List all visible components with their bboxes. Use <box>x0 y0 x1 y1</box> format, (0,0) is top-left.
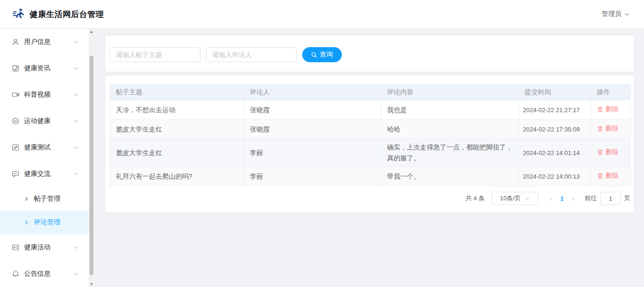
user-menu[interactable]: 管理员 <box>602 10 630 18</box>
column-header: 提交时间 <box>519 84 591 100</box>
delete-button[interactable]: 删除 <box>597 104 619 115</box>
commenter-cell: 李丽 <box>244 139 381 167</box>
delete-button-label: 删除 <box>605 170 619 181</box>
chevron-right-icon <box>24 196 29 202</box>
scroll-up-arrow-icon[interactable] <box>89 29 94 34</box>
top-bar: 健康生活网后台管理 管理员 <box>0 0 644 29</box>
user-icon <box>11 38 20 46</box>
sidebar-subitem-5-0[interactable]: 帖子管理 <box>0 187 89 211</box>
delete-button[interactable]: 删除 <box>597 147 619 157</box>
content-cell: 带我一个。 <box>381 167 519 186</box>
chevron-down-icon <box>74 92 79 98</box>
sidebar-item-label: 科普视频 <box>24 90 74 99</box>
time-cell: 2024-02-22 17:35:09 <box>519 120 591 139</box>
search-panel: 查询 <box>105 35 634 72</box>
chevron-down-icon <box>74 245 79 250</box>
page-size-select[interactable]: 10条/页 <box>491 192 538 205</box>
time-cell: 2024-02-22 21:27:17 <box>519 100 591 120</box>
chevron-down-icon <box>74 66 79 71</box>
action-cell: 删除 <box>591 167 631 186</box>
page-title: 健康生活网后台管理 <box>30 9 104 20</box>
main-content: 查询 帖子主题评论人评论内容提交时间操作 天冷，不想出去运动张晓霞我也是2024… <box>94 29 644 287</box>
sidebar-subitem-5-1[interactable]: 评论管理 <box>0 211 89 234</box>
action-cell: 删除 <box>591 120 631 139</box>
chevron-down-icon <box>74 39 79 45</box>
delete-button-label: 删除 <box>605 147 619 157</box>
sidebar-menu: 用户信息健康资讯科普视频运动健康健康测试健康交流帖子管理评论管理健康活动公告信息 <box>0 29 89 287</box>
time-cell: 2024-02-22 14:00:13 <box>519 167 591 186</box>
chevron-down-icon <box>74 271 79 277</box>
column-header: 评论内容 <box>381 84 519 100</box>
health-icon <box>11 117 20 125</box>
column-header: 操作 <box>591 84 631 100</box>
action-cell: 删除 <box>591 139 631 167</box>
chevron-right-icon <box>24 220 29 225</box>
sidebar-item-1[interactable]: 健康资讯 <box>0 55 89 82</box>
runner-logo-icon <box>12 8 25 21</box>
video-icon <box>11 90 20 99</box>
next-page-button[interactable]: › <box>570 195 576 202</box>
prev-page-button[interactable]: ‹ <box>548 195 553 202</box>
commenter-cell: 张晓霞 <box>244 100 381 120</box>
sidebar-item-label: 健康活动 <box>24 243 74 252</box>
comments-table-panel: 帖子主题评论人评论内容提交时间操作 天冷，不想出去运动张晓霞我也是2024-02… <box>105 75 634 212</box>
edit-icon <box>11 143 20 152</box>
table-header-row: 帖子主题评论人评论内容提交时间操作 <box>110 84 631 100</box>
topic-search-input[interactable] <box>110 47 200 62</box>
content-cell: 我也是 <box>381 100 519 120</box>
sidebar-item-7[interactable]: 公告信息 <box>0 261 89 287</box>
scrollbar-thumb[interactable] <box>90 56 93 275</box>
table-row: 天冷，不想出去运动张晓霞我也是2024-02-22 21:27:17删除 <box>110 100 631 120</box>
column-header: 帖子主题 <box>110 84 244 100</box>
sidebar-item-label: 健康交流 <box>24 170 74 178</box>
goto-page-input[interactable] <box>600 192 621 205</box>
sidebar-subitem-label: 帖子管理 <box>34 195 60 203</box>
pagination: 共 4 条 10条/页 ‹ 1 › 前往 页 <box>110 191 630 206</box>
sidebar-item-label: 健康测试 <box>24 143 74 152</box>
sidebar-item-6[interactable]: 健康活动 <box>0 234 89 261</box>
delete-button[interactable]: 删除 <box>597 170 619 181</box>
search-icon <box>311 52 317 58</box>
sidebar-item-5[interactable]: 健康交流 <box>0 161 89 187</box>
activity-icon <box>11 243 20 252</box>
commenter-cell: 李丽 <box>244 167 381 186</box>
topic-cell: 脆皮大学生走红 <box>110 120 244 139</box>
bell-icon <box>11 270 20 278</box>
delete-button[interactable]: 删除 <box>597 123 619 134</box>
query-button-label: 查询 <box>320 50 333 59</box>
user-menu-label: 管理员 <box>602 10 621 18</box>
goto-label: 前往 <box>585 194 597 203</box>
current-page-number[interactable]: 1 <box>560 195 563 202</box>
table-row: 脆皮大学生走红李丽确实，上次走得急了一点，都能把脚扭了，真的服了。2024-02… <box>110 139 631 167</box>
time-cell: 2024-02-22 14:01:14 <box>519 139 591 167</box>
content-cell: 确实，上次走得急了一点，都能把脚扭了，真的服了。 <box>381 139 519 167</box>
sidebar-item-3[interactable]: 运动健康 <box>0 108 89 134</box>
topic-cell: 天冷，不想出去运动 <box>110 100 244 120</box>
content-cell: 哈哈 <box>381 120 519 139</box>
page-size-value: 10条/页 <box>500 194 521 203</box>
chevron-down-icon <box>74 118 79 124</box>
chevron-up-icon <box>74 171 79 177</box>
table-row: 脆皮大学生走红张晓霞哈哈2024-02-22 17:35:09删除 <box>110 120 631 139</box>
query-button[interactable]: 查询 <box>302 47 342 62</box>
page-unit-label: 页 <box>624 194 630 203</box>
sidebar-item-label: 公告信息 <box>24 270 74 278</box>
news-icon <box>11 64 20 73</box>
sidebar-item-0[interactable]: 用户信息 <box>0 29 89 55</box>
topic-cell: 脆皮大学生走红 <box>110 139 244 167</box>
sidebar-item-2[interactable]: 科普视频 <box>0 82 89 108</box>
sidebar-item-label: 健康资讯 <box>24 64 74 73</box>
chevron-down-icon <box>624 11 630 17</box>
scroll-down-arrow-icon[interactable] <box>89 281 94 287</box>
sidebar-item-label: 用户信息 <box>24 38 74 46</box>
column-header: 评论人 <box>244 84 381 100</box>
action-cell: 删除 <box>591 100 631 120</box>
sidebar-item-4[interactable]: 健康测试 <box>0 134 89 161</box>
comments-table: 帖子主题评论人评论内容提交时间操作 天冷，不想出去运动张晓霞我也是2024-02… <box>110 84 631 186</box>
commenter-search-input[interactable] <box>206 47 297 62</box>
brand: 健康生活网后台管理 <box>12 8 104 21</box>
delete-button-label: 删除 <box>605 123 619 134</box>
table-row: 礼拜六有一起去爬山的吗?李丽带我一个。2024-02-22 14:00:13删除 <box>110 167 631 186</box>
sidebar-scrollbar[interactable] <box>89 29 94 287</box>
sidebar-subitem-label: 评论管理 <box>34 218 60 227</box>
